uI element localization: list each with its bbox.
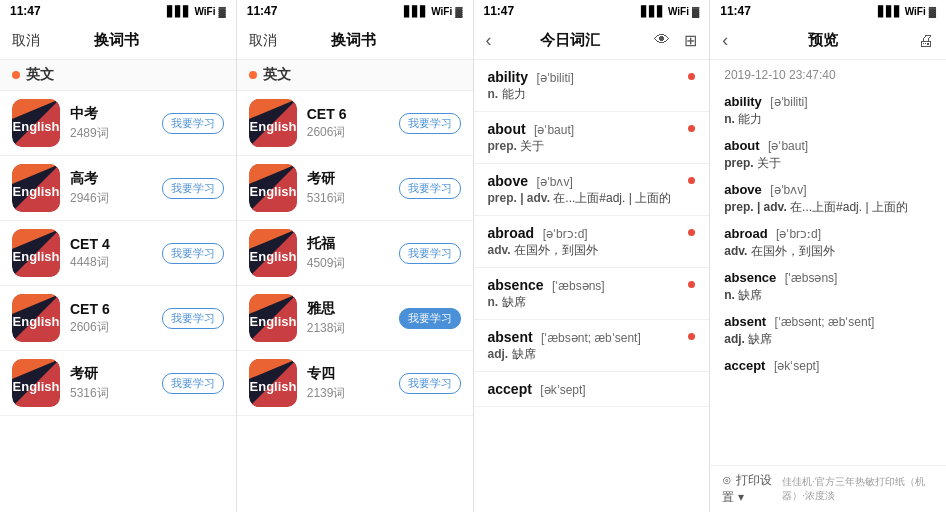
vocab-item[interactable]: ability [əˈbiliti] n. 能力 (474, 60, 710, 112)
wordbook-list-2: English CET 6 2606词 我要学习 English 考研 5316… (237, 91, 473, 512)
preview-word-line: abroad [əˈbrɔːd] (724, 224, 932, 242)
status-icons-2: ▋▋▋ WiFi ▓ (404, 6, 462, 17)
vocab-word-line: absent [ˈæbsənt; æbˈsent] (488, 328, 689, 346)
vocab-phonetic: [ˈæbsəns] (552, 279, 605, 293)
vocab-item-content: about [əˈbaut] prep. 关于 (488, 120, 689, 155)
preview-def: prep. | adv. 在...上面#adj. | 上面的 (724, 199, 932, 216)
print-note: 佳佳机·官方三年热敏打印纸（机器）·浓度淡 (782, 475, 934, 503)
wordbook-count: 2946词 (70, 190, 152, 207)
vocab-item[interactable]: about [əˈbaut] prep. 关于 (474, 112, 710, 164)
preview-word-line: about [əˈbaut] (724, 136, 932, 154)
learn-button[interactable]: 我要学习 (162, 113, 224, 134)
wordbook-item: English 中考 2489词 我要学习 (0, 91, 236, 156)
vocab-meaning: adv. 在国外，到国外 (488, 242, 689, 259)
vocab-word-line: accept [əkˈsept] (488, 380, 696, 398)
share-icon[interactable]: ⊞ (684, 31, 697, 50)
preview-item: absence [ˈæbsəns] n. 缺席 (724, 268, 932, 304)
learn-button[interactable]: 我要学习 (399, 243, 461, 264)
vocab-phonetic: [əˈbrɔːd] (543, 227, 588, 241)
vocab-word: accept (488, 381, 532, 397)
vocab-meaning: n. 缺席 (488, 294, 689, 311)
time-2: 11:47 (247, 4, 278, 18)
back-button-p[interactable]: ‹ (722, 30, 728, 51)
vocab-word: absent (488, 329, 533, 345)
vocab-phonetic: [əˈbʌv] (536, 175, 572, 189)
preview-word: ability (724, 94, 762, 109)
time-v: 11:47 (484, 4, 515, 18)
learn-button[interactable]: 我要学习 (162, 373, 224, 394)
time-1: 11:47 (10, 4, 41, 18)
vocab-meaning: prep. | adv. 在...上面#adj. | 上面的 (488, 190, 689, 207)
vocab-word: abroad (488, 225, 535, 241)
preview-word-line: absence [ˈæbsəns] (724, 268, 932, 286)
preview-word-line: accept [əkˈsept] (724, 356, 932, 374)
battery-icon-1: ▓ (218, 6, 225, 17)
learn-button[interactable]: 我要学习 (162, 243, 224, 264)
vocab-dot (688, 125, 695, 132)
vocab-item-content: absent [ˈæbsənt; æbˈsent] adj. 缺席 (488, 328, 689, 363)
print-icon[interactable]: 🖨 (918, 32, 934, 50)
learn-button[interactable]: 我要学习 (399, 373, 461, 394)
cancel-button-1[interactable]: 取消 (12, 32, 40, 50)
eye-icon[interactable]: 👁 (654, 31, 670, 50)
preview-item: ability [əˈbiliti] n. 能力 (724, 92, 932, 128)
wordbook-item: English 托福 4509词 我要学习 (237, 221, 473, 286)
wordbook-name: 雅思 (307, 300, 389, 318)
wordbook-info: 高考 2946词 (70, 170, 152, 207)
vocab-word-line: absence [ˈæbsəns] (488, 276, 689, 294)
wordbook-name: CET 6 (307, 106, 389, 122)
cancel-button-2[interactable]: 取消 (249, 32, 277, 50)
learn-button[interactable]: 我要学习 (162, 178, 224, 199)
vocab-item-content: abroad [əˈbrɔːd] adv. 在国外，到国外 (488, 224, 689, 259)
preview-word: about (724, 138, 759, 153)
nav-title-2: 换词书 (331, 31, 376, 50)
vocab-item[interactable]: absent [ˈæbsənt; æbˈsent] adj. 缺席 (474, 320, 710, 372)
wordbook-count: 2606词 (70, 319, 152, 336)
wordbook-item: English 雅思 2138词 我要学习 (237, 286, 473, 351)
svg-text:English: English (249, 314, 296, 329)
wordbook-item: English 考研 5316词 我要学习 (0, 351, 236, 416)
learn-button[interactable]: 我要学习 (162, 308, 224, 329)
wordbook-info: CET 6 2606词 (307, 106, 389, 141)
back-button-v[interactable]: ‹ (486, 30, 492, 51)
preview-phonetic: [ˈæbsənt; æbˈsent] (775, 315, 875, 329)
time-p: 11:47 (720, 4, 751, 18)
vocab-item[interactable]: absence [ˈæbsəns] n. 缺席 (474, 268, 710, 320)
wordbook-name: CET 4 (70, 236, 152, 252)
status-icons-v: ▋▋▋ WiFi ▓ (641, 6, 699, 17)
learn-button[interactable]: 我要学习 (399, 113, 461, 134)
wordbook-count: 2138词 (307, 320, 389, 337)
vocab-item[interactable]: above [əˈbʌv] prep. | adv. 在...上面#adj. |… (474, 164, 710, 216)
preview-def: n. 缺席 (724, 287, 932, 304)
section-dot-2 (249, 71, 257, 79)
preview-def: adv. 在国外，到国外 (724, 243, 932, 260)
wordbook-icon: English (12, 229, 60, 277)
preview-item: accept [əkˈsept] (724, 356, 932, 374)
vocab-dot (688, 177, 695, 184)
wordbook-name: 考研 (70, 365, 152, 383)
status-icons-p: ▋▋▋ WiFi ▓ (878, 6, 936, 17)
preview-item: abroad [əˈbrɔːd] adv. 在国外，到国外 (724, 224, 932, 260)
wordbook-item: English 高考 2946词 我要学习 (0, 156, 236, 221)
vocab-dot (688, 73, 695, 80)
wordbook-item: English CET 4 4448词 我要学习 (0, 221, 236, 286)
vocab-word: above (488, 173, 528, 189)
vocab-list: ability [əˈbiliti] n. 能力 about [əˈbaut] … (474, 60, 710, 512)
svg-text:English: English (13, 314, 60, 329)
wordbook-name: 专四 (307, 365, 389, 383)
panel-1: 11:47 ▋▋▋ WiFi ▓ 取消 换词书 英文 English 中考 24… (0, 0, 237, 512)
vocab-word-line: about [əˈbaut] (488, 120, 689, 138)
vocab-dot (688, 281, 695, 288)
wifi-icon-1: WiFi (194, 6, 215, 17)
vocab-dot (688, 229, 695, 236)
wordbook-count: 5316词 (70, 385, 152, 402)
vocab-item[interactable]: abroad [əˈbrɔːd] adv. 在国外，到国外 (474, 216, 710, 268)
vocab-item[interactable]: accept [əkˈsept] (474, 372, 710, 407)
preview-item: absent [ˈæbsənt; æbˈsent] adj. 缺席 (724, 312, 932, 348)
print-settings[interactable]: ⊙ 打印设置 ▾ (722, 472, 777, 506)
vocab-panel: 11:47 ▋▋▋ WiFi ▓ ‹ 今日词汇 👁 ⊞ ability [əˈb… (474, 0, 711, 512)
learn-button[interactable]: 我要学习 (399, 308, 461, 329)
preview-word: accept (724, 358, 765, 373)
preview-panel: 11:47 ▋▋▋ WiFi ▓ ‹ 预览 🖨 2019-12-10 23:47… (710, 0, 946, 512)
learn-button[interactable]: 我要学习 (399, 178, 461, 199)
